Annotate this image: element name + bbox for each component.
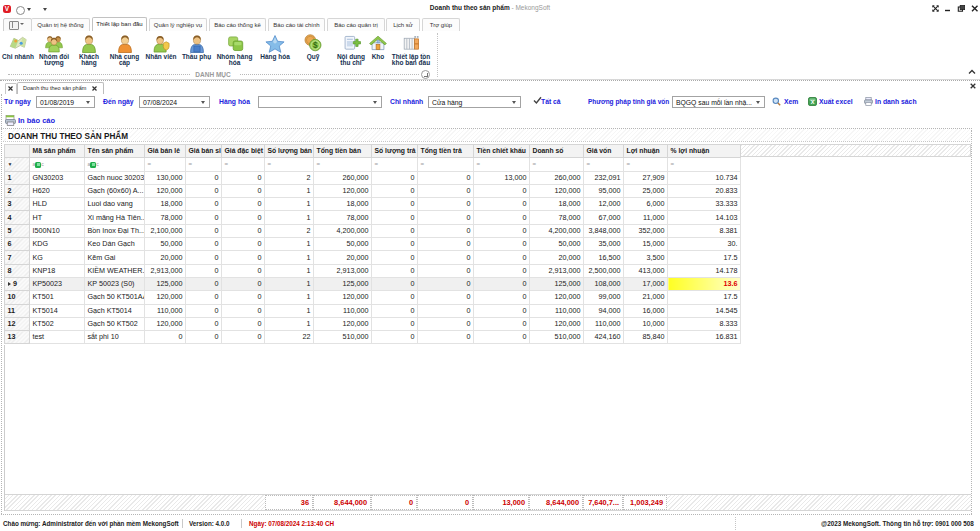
svg-text:X: X	[811, 99, 815, 105]
svg-text:$: $	[313, 41, 318, 50]
